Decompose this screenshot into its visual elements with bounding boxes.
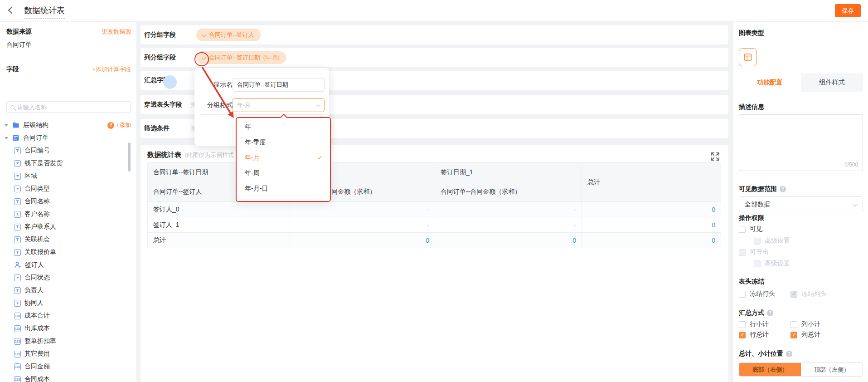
checkbox-icon[interactable] bbox=[739, 321, 746, 328]
chart-type-table-button[interactable] bbox=[739, 48, 757, 66]
number-field-icon bbox=[14, 313, 21, 319]
option-year-month[interactable]: 年-月✓ bbox=[237, 150, 330, 165]
tree-item-field[interactable]: 合同类型 bbox=[0, 182, 136, 195]
caret-down-icon[interactable] bbox=[5, 137, 8, 139]
checkbox-advanced-2: 高级设置 bbox=[754, 260, 790, 268]
preview-note: (此图仅为示例样式， bbox=[185, 152, 240, 158]
tree-item-field[interactable]: 签订人 bbox=[0, 259, 136, 271]
tree-item-form[interactable]: 合同订单 bbox=[0, 132, 136, 144]
checkbox-col-subtotal[interactable]: 列小计 bbox=[790, 320, 820, 328]
tree-item-field[interactable]: 关联机会 bbox=[0, 233, 136, 246]
sidebar-divider bbox=[6, 80, 131, 80]
checkbox-row-subtotal[interactable]: 行小计 bbox=[739, 320, 769, 328]
save-button[interactable]: 保存 bbox=[835, 4, 861, 17]
help-icon[interactable]: ? bbox=[786, 351, 792, 357]
summary-field-pill[interactable] bbox=[163, 75, 177, 89]
tree-item-field[interactable]: 关联报价单 bbox=[0, 246, 136, 259]
value-cell[interactable]: 0 bbox=[435, 233, 582, 248]
value-cell[interactable]: 0 bbox=[582, 202, 721, 217]
help-icon[interactable]: ? bbox=[107, 122, 114, 129]
tree-item-field[interactable]: 合同状态 bbox=[0, 271, 136, 284]
data-source-name: 合同订单 bbox=[6, 41, 131, 49]
tree-item-field[interactable]: 区域 bbox=[0, 170, 136, 182]
checkbox-checked-icon[interactable] bbox=[739, 332, 746, 338]
tree-item-field[interactable]: 合同成本 bbox=[0, 373, 136, 382]
text-field-icon bbox=[14, 236, 21, 243]
row-group-label: 行分组字段 bbox=[144, 31, 196, 39]
tab-component-style[interactable]: 组件样式 bbox=[801, 73, 863, 92]
tree-item-field[interactable]: 合同编号 bbox=[0, 144, 136, 157]
text-field-icon bbox=[14, 211, 21, 218]
header-cell: 合同订单--合同金额（求和） bbox=[435, 182, 582, 202]
annotation-red-circle bbox=[194, 52, 209, 66]
tab-function-config[interactable]: 功能配置 bbox=[739, 73, 801, 92]
row-group-pill[interactable]: 合同订单--签订人 bbox=[196, 29, 261, 41]
checkbox-checked-icon[interactable] bbox=[790, 332, 797, 338]
data-source-section: 数据来源 更改数据源 bbox=[6, 28, 131, 36]
group-format-select[interactable] bbox=[233, 98, 325, 112]
option-year[interactable]: 年 bbox=[237, 119, 330, 134]
checkbox-visible[interactable]: 可见 bbox=[739, 225, 762, 233]
data-source-label: 数据来源 bbox=[6, 28, 32, 35]
checkbox-row-total[interactable]: 行总计 bbox=[739, 331, 769, 339]
text-field-icon bbox=[14, 249, 21, 256]
option-year-month-day[interactable]: 年-月-日 bbox=[237, 181, 330, 196]
checkbox-freeze-row[interactable]: 冻结行头 bbox=[739, 290, 775, 298]
sidebar-scrollbar[interactable] bbox=[128, 142, 131, 171]
option-year-week[interactable]: 年-周 bbox=[237, 165, 330, 181]
person-icon bbox=[14, 261, 21, 269]
tree-item-field[interactable]: 合同名称 bbox=[0, 195, 136, 208]
fullscreen-icon[interactable] bbox=[710, 152, 720, 162]
position-bottom-right-button[interactable]: 底部（右侧） bbox=[739, 363, 801, 376]
group-format-label: 分组格式 bbox=[198, 101, 233, 109]
number-field-icon bbox=[14, 338, 21, 345]
tree-item-field[interactable]: 客户联系人 bbox=[0, 220, 136, 233]
header-cell-total: 总计 bbox=[582, 163, 721, 202]
tree-item-field[interactable]: 负责人 bbox=[0, 284, 136, 297]
help-icon[interactable]: ? bbox=[767, 310, 773, 316]
select-field-icon bbox=[14, 274, 21, 281]
header-cell: 签订日期_1 bbox=[435, 163, 582, 182]
caret-down-icon[interactable] bbox=[5, 124, 8, 127]
option-year-quarter[interactable]: 年-季度 bbox=[237, 134, 330, 150]
tree-item-field[interactable]: 合同金额 bbox=[0, 360, 136, 373]
col-group-field-row: 列分组字段 合同订单--签订日期(年-月) bbox=[141, 48, 728, 67]
chart-type-label: 图表类型 bbox=[739, 29, 863, 37]
tree-item-field[interactable]: 客户名称 bbox=[0, 208, 136, 220]
page-title[interactable]: 数据统计表 bbox=[24, 5, 65, 19]
summary-method-label: 汇总方式? bbox=[739, 309, 863, 317]
visible-range-label: 可见数据范围? bbox=[739, 185, 863, 193]
col-group-pill[interactable]: 合同订单--签订日期(年-月) bbox=[196, 51, 286, 64]
tree-item-field[interactable]: 线下是否发货 bbox=[0, 157, 136, 170]
checkbox-icon[interactable] bbox=[739, 226, 746, 233]
display-name-input[interactable] bbox=[233, 78, 325, 92]
back-icon[interactable] bbox=[8, 7, 15, 14]
tree-item-field[interactable]: 整单折扣率 bbox=[0, 335, 136, 348]
checkbox-icon[interactable] bbox=[739, 291, 746, 298]
tree-item-field[interactable]: 其它费用 bbox=[0, 348, 136, 360]
settings-tabs: 功能配置 组件样式 bbox=[739, 73, 863, 92]
visible-range-select[interactable]: 全部数据 bbox=[739, 196, 863, 212]
chevron-down-icon[interactable] bbox=[202, 32, 206, 37]
change-data-source-link[interactable]: 更改数据源 bbox=[102, 28, 131, 36]
tree-item-field[interactable]: 协同人 bbox=[0, 297, 136, 309]
hierarchy-add-link[interactable]: +添加 bbox=[116, 121, 131, 129]
number-field-icon bbox=[14, 376, 21, 382]
position-top-left-button[interactable]: 顶部（左侧） bbox=[801, 363, 863, 376]
value-cell[interactable]: 0 bbox=[582, 233, 721, 248]
text-field-icon bbox=[14, 147, 21, 154]
help-icon[interactable]: ? bbox=[780, 186, 786, 192]
checkbox-exportable: 可导出 bbox=[739, 248, 769, 256]
tree-item-field[interactable]: 出库成本 bbox=[0, 322, 136, 335]
checkbox-icon[interactable] bbox=[790, 321, 797, 328]
tree-item-hierarchy[interactable]: 层级结构 ? +添加 bbox=[0, 119, 136, 132]
value-cell[interactable]: 0 bbox=[582, 217, 721, 233]
value-cell[interactable]: 0 bbox=[290, 233, 435, 248]
tree-item-field[interactable]: 成本合计 bbox=[0, 309, 136, 322]
chevron-down-icon bbox=[852, 201, 857, 206]
table-total-row: 总计 0 0 0 bbox=[148, 233, 721, 248]
add-calc-field-link[interactable]: +添加计算字段 bbox=[92, 65, 131, 73]
checkbox-col-total[interactable]: 列总计 bbox=[790, 331, 820, 339]
field-search-input[interactable] bbox=[17, 104, 127, 111]
description-textarea[interactable]: 0/500 bbox=[739, 114, 863, 171]
